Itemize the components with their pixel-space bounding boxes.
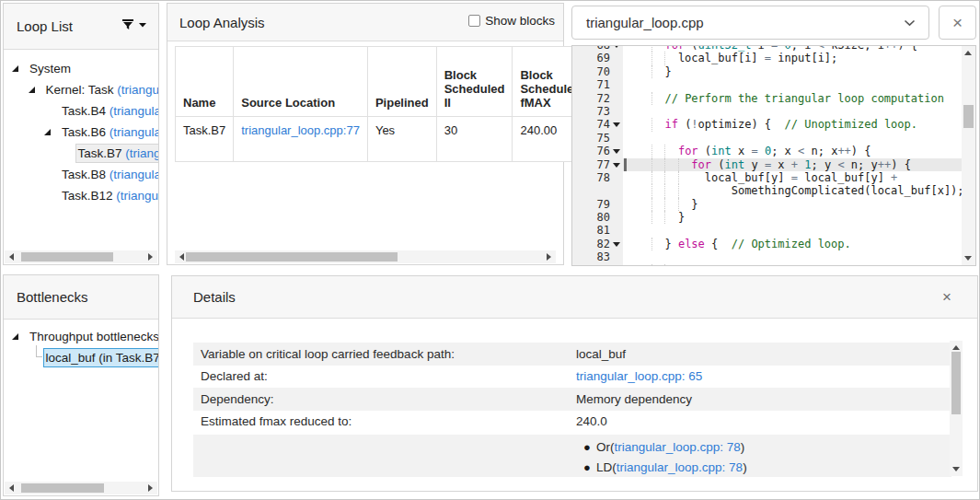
details-row: Estimated fmax reduced to:240.0 bbox=[193, 411, 951, 434]
tree-item-task-b4[interactable]: Task.B4 (triangular bbox=[4, 100, 158, 122]
code-line-77[interactable]: 77 for (int y = x + 1; y < n; y++) { bbox=[572, 158, 962, 171]
details-row-label: Variable on critical loop carried feedba… bbox=[193, 347, 576, 361]
details-header: Details × bbox=[172, 276, 977, 319]
line-number: 83 bbox=[572, 250, 610, 263]
tree-connector bbox=[36, 345, 42, 357]
code-line-72[interactable]: 72 // Perform the triangular loop comput… bbox=[572, 92, 962, 105]
details-title: Details bbox=[193, 289, 236, 305]
details-row-value: Memory dependency bbox=[576, 392, 951, 406]
fold-arrow-icon[interactable] bbox=[613, 45, 620, 48]
code-line-73[interactable]: 73 bbox=[572, 105, 962, 118]
bottlenecks-header: Bottlenecks bbox=[4, 275, 158, 320]
line-number: 81 bbox=[572, 224, 610, 237]
details-row: Dependency:Memory dependency bbox=[193, 388, 951, 411]
details-row-value-link[interactable]: triangular_loop.cpp: 65 bbox=[576, 369, 951, 383]
tree-item-task-b6[interactable]: Task.B6 (triangular bbox=[4, 122, 158, 143]
fold-arrow-icon[interactable] bbox=[613, 242, 620, 247]
tree-node-link: (triangu bbox=[125, 146, 158, 160]
bullet-source-link[interactable]: triangular_loop.cpp: 78 bbox=[615, 440, 741, 454]
line-number: 77 bbox=[572, 158, 610, 171]
code-line-83[interactable]: 83 bbox=[572, 250, 962, 263]
tree-node-text: Kernel: Task bbox=[46, 83, 118, 97]
code-line-78[interactable]: 78 local_buf[y] = local_buf[y] + bbox=[572, 171, 962, 184]
tree-item-system[interactable]: System bbox=[4, 58, 158, 79]
code-line-74[interactable]: 74 if (!optimize) { // Unoptimized loop. bbox=[572, 118, 962, 131]
scroll-left-icon bbox=[9, 253, 14, 261]
line-number: 73 bbox=[572, 105, 610, 118]
code-line-84[interactable]: 84 // Indices to track the execution ins… bbox=[572, 264, 962, 266]
close-code-viewer-button[interactable]: × bbox=[939, 6, 976, 40]
code-line-82[interactable]: 82 } else { // Optimized loop. bbox=[572, 238, 962, 250]
bottlenecks-hscrollbar[interactable] bbox=[5, 482, 157, 494]
tree-item-kernel-task[interactable]: Kernel: Task (triangul bbox=[4, 79, 158, 100]
details-row-label: Dependency: bbox=[193, 392, 576, 406]
details-row-value: local_buf bbox=[576, 347, 951, 361]
details-vscrollbar[interactable] bbox=[950, 341, 963, 476]
scroll-thumb[interactable] bbox=[951, 352, 961, 414]
tree-node-label: Task.B8 (triangular bbox=[59, 165, 158, 184]
code-line-71[interactable]: 71 bbox=[572, 78, 962, 91]
line-number: 75 bbox=[572, 132, 610, 145]
tree-expand-icon[interactable] bbox=[11, 332, 27, 341]
scroll-left-icon bbox=[179, 253, 184, 261]
tree-node-link: (triangul bbox=[116, 189, 158, 203]
tree-item-task-b7[interactable]: Task.B7 (triangu bbox=[4, 143, 158, 164]
tree-expand-icon[interactable] bbox=[43, 128, 59, 136]
loop-filter-button[interactable] bbox=[121, 18, 147, 30]
tree-node-text: Task.B6 bbox=[62, 125, 110, 139]
bottlenecks-title: Bottlenecks bbox=[17, 289, 88, 305]
code-vscrollbar[interactable] bbox=[962, 46, 975, 265]
code-text: for (uint32_t i = 0; i < kSize; i++) { bbox=[651, 45, 917, 52]
fold-arrow-icon[interactable] bbox=[613, 122, 620, 127]
scroll-thumb[interactable] bbox=[21, 252, 113, 262]
table-row[interactable]: Task.B7triangular_loop.cpp:77Yes30240.00 bbox=[176, 117, 589, 162]
code-line-75[interactable]: 75 bbox=[572, 132, 962, 145]
show-blocks-toggle[interactable]: Show blocks bbox=[468, 14, 555, 28]
cell-name: Task.B7 bbox=[176, 117, 234, 162]
cell-source-location: triangular_loop.cpp:77 bbox=[234, 117, 368, 162]
loop-analysis-hscrollbar[interactable] bbox=[175, 250, 556, 263]
table-header-row: NameSource LocationPipelinedBlock Schedu… bbox=[176, 47, 589, 117]
code-line-68[interactable]: 68 for (uint32_t i = 0; i < kSize; i++) … bbox=[572, 45, 962, 52]
scroll-thumb[interactable] bbox=[186, 252, 398, 262]
file-selector[interactable]: triangular_loop.cpp bbox=[571, 6, 929, 40]
cell-block-scheduled-ii: 30 bbox=[436, 117, 513, 162]
show-blocks-checkbox[interactable] bbox=[468, 15, 480, 27]
loop-list-hscrollbar[interactable] bbox=[5, 250, 157, 263]
tree-expand-icon[interactable] bbox=[11, 64, 27, 73]
loop-analysis-title: Loop Analysis bbox=[179, 15, 265, 30]
scroll-left-icon bbox=[9, 484, 14, 492]
tree-item-task-b8[interactable]: Task.B8 (triangular bbox=[4, 164, 158, 185]
fold-arrow-icon[interactable] bbox=[613, 149, 620, 154]
tree-node-text: Throughput bottlenecks bbox=[29, 330, 158, 343]
code-line-70[interactable]: 70 } bbox=[572, 65, 962, 78]
code-line-81[interactable]: 81 bbox=[572, 224, 962, 237]
scroll-thumb[interactable] bbox=[963, 105, 974, 128]
close-details-button[interactable]: × bbox=[942, 288, 951, 307]
report-viewer: Loop List SystemKernel: Task (triangulTa… bbox=[0, 0, 980, 500]
tree-expand-icon[interactable] bbox=[28, 86, 43, 94]
line-number: 69 bbox=[572, 52, 610, 64]
code-line-76[interactable]: 76 for (int x = 0; x < n; x++) { bbox=[572, 145, 962, 157]
code-text: if (!optimize) { // Unoptimized loop. bbox=[651, 118, 917, 131]
source-location-link[interactable]: triangular_loop.cpp:77 bbox=[241, 123, 360, 137]
code-line-79[interactable]: 79 } bbox=[572, 198, 962, 211]
code-line-wrap[interactable]: SomethingComplicated(local_buf[x]); bbox=[572, 184, 962, 197]
scroll-up-icon bbox=[964, 51, 972, 55]
tree-item-local-buf-in-task-b7-[interactable]: local_buf (in Task.B7) bbox=[4, 347, 158, 368]
tree-node-label: Task.B4 (triangular bbox=[59, 101, 158, 121]
tree-item-task-b12[interactable]: Task.B12 (triangul bbox=[4, 185, 158, 206]
code-text: local_buf[i] = input[i]; bbox=[651, 52, 837, 64]
current-line-marker bbox=[624, 158, 627, 171]
code-viewer[interactable]: 68 for (uint32_t i = 0; i < kSize; i++) … bbox=[571, 45, 976, 266]
loop-analysis-table: NameSource LocationPipelinedBlock Schedu… bbox=[175, 46, 589, 162]
scroll-thumb[interactable] bbox=[21, 483, 104, 493]
code-line-80[interactable]: 80 } bbox=[572, 211, 962, 224]
details-row: Variable on critical loop carried feedba… bbox=[193, 343, 951, 366]
tree-node-label: Task.B12 (triangul bbox=[59, 186, 158, 205]
fold-arrow-icon[interactable] bbox=[613, 163, 620, 168]
scroll-up-icon bbox=[952, 345, 960, 350]
tree-item-throughput-bottlenecks[interactable]: Throughput bottlenecks bbox=[4, 326, 158, 347]
code-line-69[interactable]: 69 local_buf[i] = input[i]; bbox=[572, 52, 962, 64]
bullet-source-link[interactable]: triangular_loop.cpp: 78 bbox=[617, 460, 743, 474]
